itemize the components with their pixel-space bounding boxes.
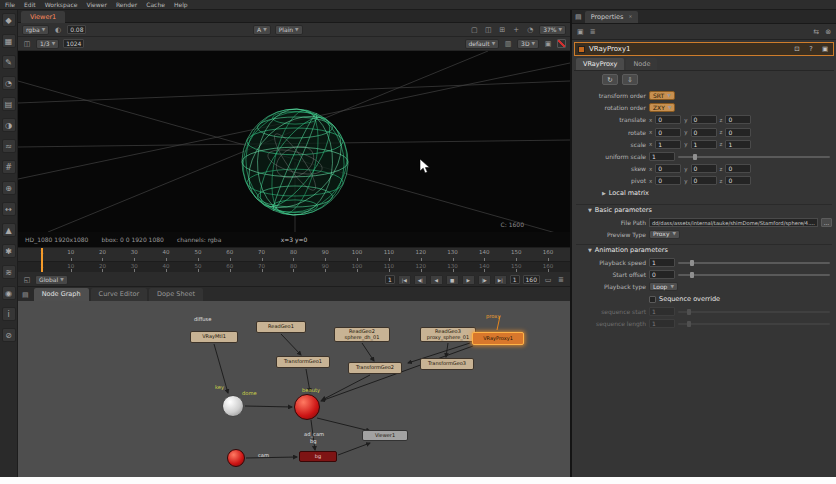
animation-parameters-expander[interactable]: ▼: [588, 247, 592, 253]
sequence-length-slider[interactable]: [678, 323, 830, 325]
node-transformgeo2[interactable]: TransformGeo2: [348, 362, 402, 374]
node-transformgeo3[interactable]: TransformGeo3: [420, 358, 474, 370]
preview-type-dropdown[interactable]: Proxy▼: [649, 230, 680, 239]
filter-icon[interactable]: ≈: [2, 139, 16, 153]
menu-edit[interactable]: Edit: [24, 0, 36, 10]
keyer-icon[interactable]: #: [2, 160, 16, 174]
center-node-icon[interactable]: ⊡: [792, 45, 802, 53]
node-graph-canvas[interactable]: VRayMtl1ReadGeo1ReadGeo2sphere_dh_01Read…: [18, 301, 570, 477]
playback-speed-field[interactable]: 1: [649, 258, 675, 267]
grid-icon[interactable]: ⊞: [497, 25, 507, 35]
pivot-x-field[interactable]: 0: [655, 176, 681, 185]
playback-range-ruler[interactable]: 1102030405060708090100110120130140150160: [18, 261, 570, 272]
float-panel-icon[interactable]: ▣: [820, 45, 830, 53]
layout-icon[interactable]: ≣: [556, 275, 566, 285]
roi-icon[interactable]: ▢: [469, 25, 479, 35]
tab-curve-editor[interactable]: Curve Editor: [91, 288, 147, 301]
camera-icon[interactable]: ▣: [543, 39, 553, 49]
wipe-dropdown[interactable]: Plain▼: [275, 25, 303, 35]
close-tab-icon[interactable]: ×: [628, 11, 632, 23]
translate-x-field[interactable]: 0: [655, 115, 681, 124]
play-back-button[interactable]: ◀: [430, 275, 443, 285]
color-icon[interactable]: ◑: [2, 118, 16, 132]
tab-dope-sheet[interactable]: Dope Sheet: [149, 288, 203, 301]
image-icon[interactable]: ▦: [2, 34, 16, 48]
node-name-field[interactable]: VRayProxy1: [589, 45, 788, 53]
other-icon[interactable]: ⊘: [2, 328, 16, 342]
monitor-icon[interactable]: ▥: [503, 39, 513, 49]
current-frame-field[interactable]: 1: [385, 275, 395, 284]
layer-dropdown[interactable]: rgba▼: [22, 25, 49, 35]
proxy-icon[interactable]: ◫: [22, 39, 32, 49]
pivot-z-field[interactable]: 0: [725, 176, 751, 185]
pause-render-icon[interactable]: [557, 39, 566, 48]
stop-button[interactable]: ■: [446, 275, 459, 285]
skew-y-field[interactable]: 0: [691, 164, 717, 173]
rotation-order-dropdown[interactable]: ZXY▼: [649, 103, 675, 112]
rotate-z-field[interactable]: 0: [725, 128, 751, 137]
import-button[interactable]: ⇩: [622, 74, 638, 85]
deep-icon[interactable]: ≋: [2, 265, 16, 279]
menu-render[interactable]: Render: [116, 0, 137, 10]
tab-node[interactable]: Node: [626, 58, 657, 70]
channel-icon[interactable]: ▤: [2, 97, 16, 111]
menu-help[interactable]: Help: [174, 0, 188, 10]
range-out-field[interactable]: 160: [523, 275, 540, 284]
panel-menu-icon[interactable]: ▤: [575, 13, 582, 21]
basic-parameters-section-label[interactable]: Basic parameters: [595, 206, 652, 214]
animation-parameters-section-label[interactable]: Animation parameters: [595, 246, 668, 254]
menu-viewer[interactable]: Viewer: [86, 0, 106, 10]
panel-menu-icon[interactable]: ▤: [22, 291, 29, 299]
menu-workspace[interactable]: Workspace: [45, 0, 78, 10]
menu-cache[interactable]: Cache: [146, 0, 165, 10]
sequence-start-slider[interactable]: [678, 311, 830, 313]
goto-start-button[interactable]: |◀: [398, 275, 411, 285]
node-readgeo3[interactable]: ReadGeo3proxy_sphere_01: [420, 327, 476, 342]
file-path-field[interactable]: dd/dass/assets/internal/tauke/shimDome/S…: [649, 218, 818, 227]
view-mode-dropdown[interactable]: 3D▼: [517, 39, 539, 49]
list-icon[interactable]: ≣: [590, 28, 596, 36]
start-offset-slider[interactable]: [678, 274, 830, 276]
playhead[interactable]: [41, 248, 43, 272]
scale-y-field[interactable]: 1: [691, 140, 717, 149]
goto-end-button[interactable]: ▶|: [494, 275, 507, 285]
3d-icon[interactable]: ▲: [2, 223, 16, 237]
node-bg[interactable]: bg: [299, 451, 337, 462]
dock-icon[interactable]: ▣: [577, 28, 584, 36]
local-matrix-group-label[interactable]: Local matrix: [609, 189, 649, 197]
checker-icon[interactable]: ◫: [483, 25, 493, 35]
draw-icon[interactable]: ✎: [2, 55, 16, 69]
zoom-dropdown[interactable]: 37%▼: [539, 25, 566, 35]
tab-properties[interactable]: Properties ×: [585, 11, 639, 23]
sequence-start-field[interactable]: 1: [649, 307, 675, 316]
uniform-scale-slider[interactable]: [678, 156, 830, 158]
playback-speed-slider[interactable]: [678, 262, 830, 264]
node-viewer1[interactable]: Viewer1: [362, 430, 408, 441]
sequence-override-checkbox[interactable]: [649, 296, 656, 303]
lut-dropdown[interactable]: default▼: [465, 39, 500, 49]
sync-icon[interactable]: ⇆: [813, 28, 819, 36]
node-vrayproxy1[interactable]: VRayProxy1: [472, 332, 524, 345]
local-matrix-expander[interactable]: ▶: [602, 190, 606, 196]
range-lock-icon[interactable]: ◱: [22, 275, 32, 285]
reload-button[interactable]: ↻: [602, 74, 618, 85]
scale-z-field[interactable]: 1: [725, 140, 751, 149]
clock-icon[interactable]: ◔: [525, 25, 535, 35]
tab-node-graph[interactable]: Node Graph: [34, 288, 89, 301]
translate-y-field[interactable]: 0: [691, 115, 717, 124]
proxy-mode-dropdown[interactable]: 1/3▼: [36, 39, 59, 49]
transform-icon[interactable]: ↔: [2, 202, 16, 216]
node-cam-sphere[interactable]: [227, 449, 245, 467]
gain-field[interactable]: 0.08: [67, 25, 86, 34]
fullscreen-icon[interactable]: ▭: [543, 275, 553, 285]
particles-icon[interactable]: ✱: [2, 244, 16, 258]
sequence-length-field[interactable]: 1: [649, 319, 675, 328]
node-readgeo1[interactable]: ReadGeo1: [256, 321, 306, 333]
time-icon[interactable]: ◔: [2, 76, 16, 90]
crosshair-icon[interactable]: +: [511, 25, 521, 35]
step-back-button[interactable]: ◀|: [414, 275, 427, 285]
nuke-logo-icon[interactable]: ◆: [2, 13, 16, 27]
skew-z-field[interactable]: 0: [725, 164, 751, 173]
basic-parameters-expander[interactable]: ▼: [588, 207, 592, 213]
node-render-sphere[interactable]: [294, 394, 320, 420]
